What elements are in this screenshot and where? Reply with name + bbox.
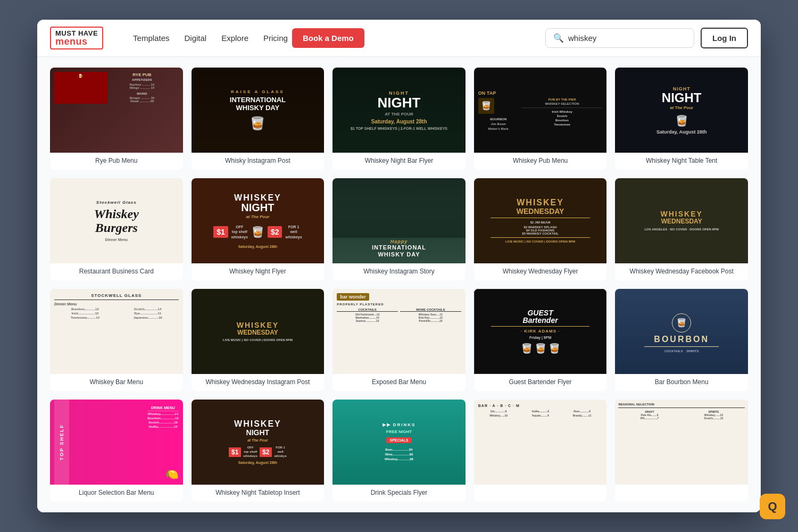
bottom-logo: Q — [760, 494, 785, 519]
card-image: RAISE A GLASS INTERNATIONALWHISKY DAY 🥃 — [192, 68, 325, 153]
header-right: 🔍 Log In — [545, 28, 748, 48]
card-label: Whiskey Night Bar Flyer — [332, 153, 466, 170]
card-image: BAR · A · B · C · M Gin..............8 V… — [474, 400, 607, 485]
card-image: ▶▶ DRINKS FREE NIGHT SPECIALS Beer......… — [332, 400, 466, 485]
card-label: Whiskey Wednesday Instagram Post — [192, 374, 325, 391]
card-image: 🥃 BOURBON COCKTAILS SPIRITS — [615, 289, 748, 374]
template-grid: 🍺 RYE PUB APPETIZERS Nachos ......... 12… — [50, 68, 748, 502]
card-label: Whiskey Bar Menu — [50, 374, 183, 391]
card-image: WHISKEY WEDNESDAY LIVE MUSIC | NO COVER … — [192, 289, 325, 374]
nav-pricing[interactable]: Pricing — [263, 34, 288, 43]
card-restaurant-biz-card[interactable]: Stockwell Glass WhiskeyBurgers Dinner Me… — [50, 178, 183, 280]
card-image: REGIONAL SELECTION DRAFT Pale Ale.......… — [615, 400, 748, 485]
main-nav: Templates Digital Explore Pricing — [133, 34, 288, 43]
card-tabletop-insert[interactable]: WHISKEY NIGHT at The Pour $1 OFFtop shel… — [192, 400, 325, 502]
browser-window: MUST HAVE menus Templates Digital Explor… — [37, 20, 761, 512]
book-demo-button[interactable]: Book a Demo — [292, 28, 364, 48]
logo[interactable]: MUST HAVE menus — [50, 27, 103, 49]
nav-templates[interactable]: Templates — [133, 34, 169, 43]
card-guest-bartender[interactable]: GUESTBartender · KIRK ADAMS · Friday | 9… — [474, 289, 607, 391]
login-button[interactable]: Log In — [701, 28, 748, 48]
nav-explore[interactable]: Explore — [221, 34, 248, 43]
card-image: ON TAP 🥃 BOURBON Jim Beam Maker's Mark P… — [474, 68, 607, 153]
search-bar[interactable]: 🔍 — [545, 28, 694, 48]
nav-digital[interactable]: Digital — [184, 34, 206, 43]
card-label: Whiskey Night Tabletop Insert — [192, 485, 325, 502]
header: MUST HAVE menus Templates Digital Explor… — [37, 20, 761, 57]
card-whiskey-night-bar[interactable]: NIGHT NIGHT AT THE POUR Saturday, August… — [332, 68, 466, 170]
logo-line2: menus — [55, 37, 98, 46]
card-image: WHISKEY NIGHT at The Pour $1 OFFtop shel… — [192, 178, 325, 263]
card-label: Whiskey Night Flyer — [192, 263, 325, 280]
card-image: GUESTBartender · KIRK ADAMS · Friday | 9… — [474, 289, 607, 374]
card-exposed-bar[interactable]: bar wonder PROPERLY PLASTERED COCKTAILS … — [332, 289, 466, 391]
card-label — [474, 485, 607, 494]
card-label: Whiskey Instagram Story — [332, 263, 466, 280]
card-whiskey-insta-story[interactable]: Happy INTERNATIONALWHISKY DAY Whiskey In… — [332, 178, 466, 280]
bottom-logo-text: Q — [768, 500, 777, 513]
card-label — [615, 485, 748, 494]
card-whiskey-bar-menu[interactable]: STOCKWELL GLASS Dinner Menu Bourbon.....… — [50, 289, 183, 391]
card-image: STOCKWELL GLASS Dinner Menu Bourbon.....… — [50, 289, 183, 374]
card-image: NIGHT NIGHT at The Pour 🥃 Saturday, Augu… — [615, 68, 748, 153]
card-image: WHISKEY WEDNESDAY $2 JIM BEAM $3 WHISKEY… — [474, 178, 607, 263]
card-image: Stockwell Glass WhiskeyBurgers Dinner Me… — [50, 178, 183, 263]
card-night-table-tent[interactable]: NIGHT NIGHT at The Pour 🥃 Saturday, Augu… — [615, 68, 748, 170]
card-image: bar wonder PROPERLY PLASTERED COCKTAILS … — [332, 289, 466, 374]
card-image: Happy INTERNATIONALWHISKY DAY — [332, 178, 466, 263]
card-label: Whisky Instagram Post — [192, 153, 325, 170]
search-input[interactable] — [568, 34, 686, 43]
card-label: Restaurant Business Card — [50, 263, 183, 280]
search-icon: 🔍 — [553, 33, 564, 43]
card-label: Whiskey Wednesday Facebook Post — [615, 263, 748, 280]
card-image: 🍺 RYE PUB APPETIZERS Nachos ......... 12… — [50, 68, 183, 153]
card-label: Whiskey Pub Menu — [474, 153, 607, 170]
card-wed-facebook[interactable]: WHISKEY WEDNESDAY LOS ANGELES · NO COVER… — [615, 178, 748, 280]
card-drink-specials[interactable]: ▶▶ DRINKS FREE NIGHT SPECIALS Beer......… — [332, 400, 466, 502]
card-label: Rye Pub Menu — [50, 153, 183, 170]
card-whisky-instagram[interactable]: RAISE A GLASS INTERNATIONALWHISKY DAY 🥃 … — [192, 68, 325, 170]
card-extra-1[interactable]: BAR · A · B · C · M Gin..............8 V… — [474, 400, 607, 502]
card-image: TOP SHELF DRINK MENU Whiskey............… — [50, 400, 183, 485]
card-whiskey-night-flyer[interactable]: WHISKEY NIGHT at The Pour $1 OFFtop shel… — [192, 178, 325, 280]
content-area: 🍺 RYE PUB APPETIZERS Nachos ......... 12… — [37, 57, 761, 512]
card-label: Exposed Bar Menu — [332, 374, 466, 391]
card-whiskey-pub-menu[interactable]: ON TAP 🥃 BOURBON Jim Beam Maker's Mark P… — [474, 68, 607, 170]
card-liquor-selection[interactable]: TOP SHELF DRINK MENU Whiskey............… — [50, 400, 183, 502]
card-bourbon-menu[interactable]: 🥃 BOURBON COCKTAILS SPIRITS Bar Bourbon … — [615, 289, 748, 391]
card-label: Whiskey Wednesday Flyer — [474, 263, 607, 280]
card-rye-pub-menu[interactable]: 🍺 RYE PUB APPETIZERS Nachos ......... 12… — [50, 68, 183, 170]
card-label: Whiskey Night Table Tent — [615, 153, 748, 170]
card-image: WHISKEY NIGHT at The Pour $1 OFFtop shel… — [192, 400, 325, 485]
card-wed-flyer[interactable]: WHISKEY WEDNESDAY $2 JIM BEAM $3 WHISKEY… — [474, 178, 607, 280]
card-label: Liquor Selection Bar Menu — [50, 485, 183, 502]
card-label: Drink Specials Flyer — [332, 485, 466, 502]
card-image: NIGHT NIGHT AT THE POUR Saturday, August… — [332, 68, 466, 153]
card-extra-2[interactable]: REGIONAL SELECTION DRAFT Pale Ale.......… — [615, 400, 748, 502]
card-label: Bar Bourbon Menu — [615, 374, 748, 391]
card-wed-insta[interactable]: WHISKEY WEDNESDAY LIVE MUSIC | NO COVER … — [192, 289, 325, 391]
card-image: WHISKEY WEDNESDAY LOS ANGELES · NO COVER… — [615, 178, 748, 263]
card-label: Guest Bartender Flyer — [474, 374, 607, 391]
